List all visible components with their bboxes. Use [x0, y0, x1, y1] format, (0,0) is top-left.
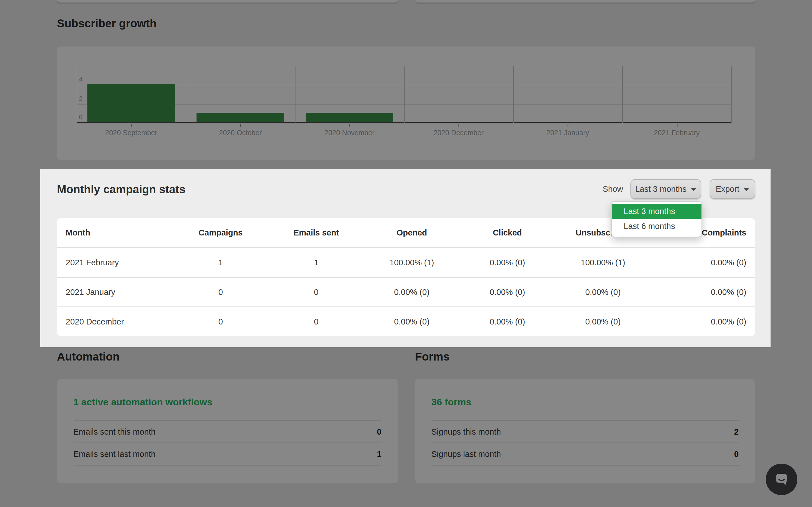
column-header-campaigns: Campaigns	[173, 228, 268, 237]
table-cell: 0	[268, 288, 364, 297]
table-cell: 0.00% (0)	[460, 258, 555, 267]
date-range-dropdown-button[interactable]: Last 3 months	[630, 179, 701, 199]
table-cell: 0.00% (0)	[460, 317, 555, 327]
stats-controls: Show Last 3 months Export	[603, 179, 755, 199]
dashboard-page: Subscriber growth 4 2 0 2020 September20…	[0, 0, 812, 507]
table-cell: 100.00% (1)	[364, 258, 460, 267]
table-row: 2021 January000.00% (0)0.00% (0)0.00% (0…	[57, 277, 755, 306]
table-cell: 2021 January	[66, 288, 173, 297]
column-header-clicked: Clicked	[460, 228, 555, 237]
menu-item-last-3-months[interactable]: Last 3 months	[612, 204, 702, 219]
table-cell: 0	[173, 288, 268, 297]
table-cell: 0.00% (0)	[555, 288, 651, 297]
table-cell: 0.00% (0)	[364, 317, 460, 327]
table-cell: 2020 December	[66, 317, 173, 327]
table-cell: 0.00% (0)	[460, 288, 555, 297]
monthly-campaign-stats-title: Monthly campaign stats	[57, 183, 186, 196]
range-button-label: Last 3 months	[635, 184, 687, 194]
column-header-emails-sent: Emails sent	[268, 228, 364, 237]
show-label: Show	[603, 184, 623, 194]
table-cell: 0.00% (0)	[555, 317, 651, 327]
table-cell: 1	[268, 258, 364, 267]
chevron-down-icon	[744, 188, 749, 191]
table-cell: 0	[173, 317, 268, 327]
table-cell: 2021 February	[66, 258, 173, 267]
monthly-campaign-stats-section: Monthly campaign stats Show Last 3 month…	[40, 169, 770, 347]
menu-item-last-6-months[interactable]: Last 6 months	[612, 219, 702, 234]
export-button-label: Export	[716, 184, 740, 194]
table-row: 2020 December000.00% (0)0.00% (0)0.00% (…	[57, 306, 755, 336]
export-button[interactable]: Export	[710, 179, 755, 199]
table-cell: 0.00% (0)	[651, 258, 746, 267]
table-cell: 0	[268, 317, 364, 327]
table-cell: 1	[173, 258, 268, 267]
chevron-down-icon	[691, 188, 696, 191]
table-cell: 0.00% (0)	[651, 288, 746, 297]
table-cell: 100.00% (1)	[555, 258, 651, 267]
column-header-month: Month	[66, 228, 173, 237]
table-cell: 0.00% (0)	[364, 288, 460, 297]
table-row: 2021 February11100.00% (1)0.00% (0)100.0…	[57, 247, 755, 277]
date-range-dropdown-menu: Last 3 monthsLast 6 months	[611, 201, 702, 237]
table-body: 2021 February11100.00% (1)0.00% (0)100.0…	[57, 247, 755, 336]
column-header-opened: Opened	[364, 228, 460, 237]
table-cell: 0.00% (0)	[651, 317, 746, 327]
